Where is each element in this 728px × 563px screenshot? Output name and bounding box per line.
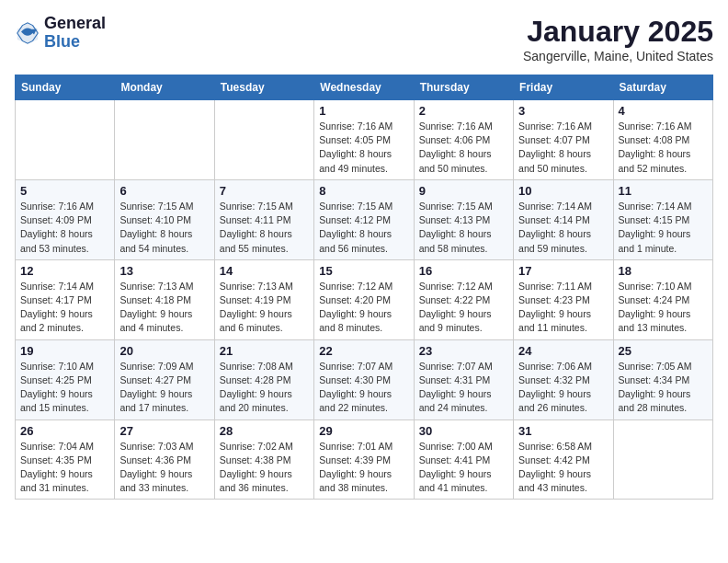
day-info: Sunrise: 7:11 AM Sunset: 4:23 PM Dayligh… <box>518 280 608 336</box>
day-info: Sunrise: 7:03 AM Sunset: 4:36 PM Dayligh… <box>119 440 209 496</box>
day-number: 3 <box>518 104 608 118</box>
table-row: 22Sunrise: 7:07 AM Sunset: 4:30 PM Dayli… <box>314 339 414 419</box>
day-info: Sunrise: 7:07 AM Sunset: 4:31 PM Dayligh… <box>419 360 508 416</box>
day-info: Sunrise: 7:00 AM Sunset: 4:41 PM Dayligh… <box>419 440 508 496</box>
table-row: 18Sunrise: 7:10 AM Sunset: 4:24 PM Dayli… <box>613 259 712 339</box>
table-row: 9Sunrise: 7:15 AM Sunset: 4:13 PM Daylig… <box>414 179 513 259</box>
day-info: Sunrise: 7:10 AM Sunset: 4:24 PM Dayligh… <box>619 280 708 336</box>
table-row: 19Sunrise: 7:10 AM Sunset: 4:25 PM Dayli… <box>16 339 115 419</box>
day-info: Sunrise: 7:07 AM Sunset: 4:30 PM Dayligh… <box>319 360 408 416</box>
day-info: Sunrise: 7:05 AM Sunset: 4:34 PM Dayligh… <box>619 360 708 416</box>
day-info: Sunrise: 7:13 AM Sunset: 4:19 PM Dayligh… <box>220 280 309 336</box>
location-subtitle: Sangerville, Maine, United States <box>523 49 713 63</box>
day-info: Sunrise: 7:14 AM Sunset: 4:15 PM Dayligh… <box>619 200 708 256</box>
table-row: 3Sunrise: 7:16 AM Sunset: 4:07 PM Daylig… <box>514 100 613 180</box>
day-number: 20 <box>119 344 209 358</box>
day-number: 30 <box>419 424 508 438</box>
day-info: Sunrise: 7:01 AM Sunset: 4:39 PM Dayligh… <box>319 440 408 496</box>
day-number: 18 <box>619 264 708 278</box>
day-info: Sunrise: 7:16 AM Sunset: 4:07 PM Dayligh… <box>518 120 608 176</box>
day-number: 1 <box>319 104 408 118</box>
table-row: 7Sunrise: 7:15 AM Sunset: 4:11 PM Daylig… <box>214 179 313 259</box>
table-row: 17Sunrise: 7:11 AM Sunset: 4:23 PM Dayli… <box>514 259 613 339</box>
table-row: 31Sunrise: 6:58 AM Sunset: 4:42 PM Dayli… <box>514 419 613 500</box>
day-info: Sunrise: 7:12 AM Sunset: 4:20 PM Dayligh… <box>319 280 408 336</box>
header: General Blue January 2025 Sangerville, M… <box>15 15 713 63</box>
day-number: 11 <box>619 184 708 198</box>
day-number: 2 <box>419 104 508 118</box>
logo: General Blue <box>15 15 106 52</box>
table-row <box>16 100 115 180</box>
table-row: 20Sunrise: 7:09 AM Sunset: 4:27 PM Dayli… <box>115 339 214 419</box>
header-friday: Friday <box>514 75 613 100</box>
day-info: Sunrise: 7:16 AM Sunset: 4:05 PM Dayligh… <box>319 120 408 176</box>
day-number: 29 <box>319 424 408 438</box>
day-number: 26 <box>20 424 109 438</box>
day-info: Sunrise: 7:13 AM Sunset: 4:18 PM Dayligh… <box>119 280 209 336</box>
logo-general: General <box>44 15 106 33</box>
day-info: Sunrise: 7:14 AM Sunset: 4:17 PM Dayligh… <box>20 280 109 336</box>
table-row: 21Sunrise: 7:08 AM Sunset: 4:28 PM Dayli… <box>214 339 313 419</box>
day-number: 22 <box>319 344 408 358</box>
table-row: 25Sunrise: 7:05 AM Sunset: 4:34 PM Dayli… <box>613 339 712 419</box>
calendar-table: Sunday Monday Tuesday Wednesday Thursday… <box>15 75 713 500</box>
day-number: 7 <box>220 184 309 198</box>
table-row: 2Sunrise: 7:16 AM Sunset: 4:06 PM Daylig… <box>414 100 513 180</box>
header-wednesday: Wednesday <box>314 75 414 100</box>
table-row: 28Sunrise: 7:02 AM Sunset: 4:38 PM Dayli… <box>214 419 313 500</box>
day-info: Sunrise: 7:06 AM Sunset: 4:32 PM Dayligh… <box>518 360 608 416</box>
logo-icon <box>15 20 40 46</box>
day-number: 10 <box>518 184 608 198</box>
day-number: 24 <box>518 344 608 358</box>
day-info: Sunrise: 7:08 AM Sunset: 4:28 PM Dayligh… <box>220 360 309 416</box>
calendar-week-row: 12Sunrise: 7:14 AM Sunset: 4:17 PM Dayli… <box>16 259 713 339</box>
day-number: 27 <box>119 424 209 438</box>
table-row: 30Sunrise: 7:00 AM Sunset: 4:41 PM Dayli… <box>414 419 513 500</box>
calendar-week-row: 26Sunrise: 7:04 AM Sunset: 4:35 PM Dayli… <box>16 419 713 500</box>
header-tuesday: Tuesday <box>214 75 313 100</box>
header-thursday: Thursday <box>414 75 513 100</box>
calendar-week-row: 19Sunrise: 7:10 AM Sunset: 4:25 PM Dayli… <box>16 339 713 419</box>
day-info: Sunrise: 7:02 AM Sunset: 4:38 PM Dayligh… <box>220 440 309 496</box>
day-number: 25 <box>619 344 708 358</box>
weekday-header-row: Sunday Monday Tuesday Wednesday Thursday… <box>16 75 713 100</box>
table-row <box>214 100 313 180</box>
table-row <box>115 100 214 180</box>
day-number: 6 <box>119 184 209 198</box>
calendar-week-row: 1Sunrise: 7:16 AM Sunset: 4:05 PM Daylig… <box>16 100 713 180</box>
day-info: Sunrise: 7:09 AM Sunset: 4:27 PM Dayligh… <box>119 360 209 416</box>
day-number: 9 <box>419 184 508 198</box>
day-info: Sunrise: 7:16 AM Sunset: 4:06 PM Dayligh… <box>419 120 508 176</box>
day-info: Sunrise: 7:10 AM Sunset: 4:25 PM Dayligh… <box>20 360 109 416</box>
day-number: 17 <box>518 264 608 278</box>
day-number: 28 <box>220 424 309 438</box>
calendar-week-row: 5Sunrise: 7:16 AM Sunset: 4:09 PM Daylig… <box>16 179 713 259</box>
table-row: 24Sunrise: 7:06 AM Sunset: 4:32 PM Dayli… <box>514 339 613 419</box>
table-row: 23Sunrise: 7:07 AM Sunset: 4:31 PM Dayli… <box>414 339 513 419</box>
table-row: 5Sunrise: 7:16 AM Sunset: 4:09 PM Daylig… <box>16 179 115 259</box>
header-sunday: Sunday <box>16 75 115 100</box>
day-info: Sunrise: 7:14 AM Sunset: 4:14 PM Dayligh… <box>518 200 608 256</box>
day-info: Sunrise: 7:15 AM Sunset: 4:12 PM Dayligh… <box>319 200 408 256</box>
day-number: 12 <box>20 264 109 278</box>
table-row: 26Sunrise: 7:04 AM Sunset: 4:35 PM Dayli… <box>16 419 115 500</box>
table-row: 27Sunrise: 7:03 AM Sunset: 4:36 PM Dayli… <box>115 419 214 500</box>
day-info: Sunrise: 7:15 AM Sunset: 4:11 PM Dayligh… <box>220 200 309 256</box>
day-info: Sunrise: 7:16 AM Sunset: 4:09 PM Dayligh… <box>20 200 109 256</box>
day-number: 31 <box>518 424 608 438</box>
day-number: 4 <box>619 104 708 118</box>
day-info: Sunrise: 7:04 AM Sunset: 4:35 PM Dayligh… <box>20 440 109 496</box>
day-info: Sunrise: 7:15 AM Sunset: 4:10 PM Dayligh… <box>119 200 209 256</box>
day-number: 23 <box>419 344 508 358</box>
day-number: 16 <box>419 264 508 278</box>
day-number: 14 <box>220 264 309 278</box>
day-number: 5 <box>20 184 109 198</box>
table-row: 4Sunrise: 7:16 AM Sunset: 4:08 PM Daylig… <box>613 100 712 180</box>
table-row: 10Sunrise: 7:14 AM Sunset: 4:14 PM Dayli… <box>514 179 613 259</box>
table-row: 16Sunrise: 7:12 AM Sunset: 4:22 PM Dayli… <box>414 259 513 339</box>
day-number: 21 <box>220 344 309 358</box>
day-number: 15 <box>319 264 408 278</box>
table-row <box>613 419 712 500</box>
table-row: 11Sunrise: 7:14 AM Sunset: 4:15 PM Dayli… <box>613 179 712 259</box>
title-block: January 2025 Sangerville, Maine, United … <box>523 15 713 63</box>
